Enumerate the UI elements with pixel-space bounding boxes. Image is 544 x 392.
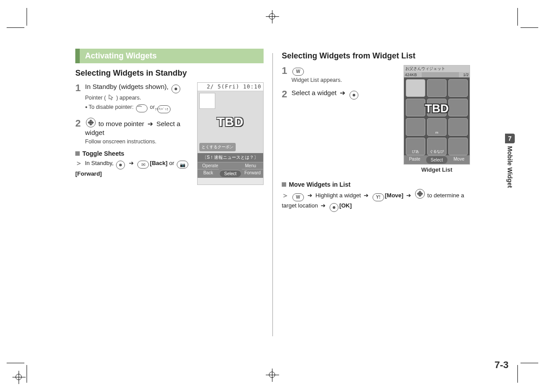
arrow-icon: ➔ — [364, 192, 369, 199]
list-item — [406, 79, 425, 97]
step-2: 2 Select a widget ➔ — [282, 88, 397, 100]
arrow-icon: ➔ — [307, 192, 312, 199]
step-number: 1 — [75, 82, 85, 113]
widget-thumbnail — [199, 93, 215, 109]
softkey-back: Back — [198, 169, 219, 178]
widget-key-icon — [292, 193, 304, 201]
list-item — [427, 79, 447, 97]
square-bullet-icon — [75, 151, 80, 156]
news-ticker: 〔S！速報ニュースとは？〕 — [198, 153, 263, 162]
disable-pointer-text: To disable pointer: — [89, 104, 133, 110]
softkey-select: Select — [426, 156, 447, 164]
chevron-icon: ＞ — [282, 192, 289, 199]
center-key-icon — [350, 91, 358, 100]
chapter-tab: 7 Mobile Widget — [505, 134, 515, 188]
list-item: m — [427, 118, 447, 136]
widget-page: 1/2 — [459, 72, 470, 77]
step-2-text: Select a widget — [291, 89, 337, 96]
toggle-sheets-line: ＞ In Standby, ➔ [Back] or [Forward] — [75, 158, 193, 178]
center-key-icon — [330, 203, 338, 212]
cursor-icon — [109, 94, 114, 103]
list-item — [406, 118, 425, 136]
step-2a: to move pointer — [98, 120, 144, 127]
page-number: 7-3 — [494, 359, 509, 371]
camera-key-icon — [177, 161, 188, 169]
list-item — [448, 118, 468, 136]
screenshot-caption: Widget List — [404, 166, 470, 173]
standby-screenshot: 2/ 5(Fri) 10:10 TBD とくするクーポン 〔S！速報ニュースとは… — [197, 82, 264, 185]
softkey-operate: Operate — [198, 162, 223, 169]
left-column: Activating Widgets Selecting Widgets in … — [71, 49, 272, 341]
page-content: Activating Widgets Selecting Widgets in … — [71, 49, 487, 341]
dpad-icon — [415, 189, 425, 199]
chapter-number: 7 — [505, 134, 515, 143]
arrow-icon: ➔ — [148, 120, 153, 127]
pointer-prefix: Pointer ( — [85, 95, 106, 101]
move-widgets-title: Move Widgets in List — [282, 181, 470, 188]
softkey-forward: Forward — [242, 169, 263, 178]
left-subheading: Selecting Widgets in Standby — [75, 69, 264, 78]
clear-key-icon: ｸﾘｱ/ﾊﾞｯｸ — [157, 105, 171, 113]
arrow-icon: ➔ — [321, 202, 326, 209]
move-widgets-line: ＞ ➔ Highlight a widget ➔ [Move] ➔ to det… — [282, 189, 470, 212]
right-heading: Selecting Widgets from Widget List — [282, 51, 470, 61]
list-item — [427, 99, 447, 116]
step-1: 1 In Standby (widgets shown), Pointer ( … — [75, 82, 193, 113]
center-key-icon — [116, 161, 125, 169]
square-bullet-icon — [282, 182, 286, 187]
section-accent-bar — [75, 49, 80, 63]
step-1-text: In Standby (widgets shown), — [85, 83, 168, 90]
widget-name: お父さんウィジェット — [404, 65, 470, 72]
center-key-icon — [171, 85, 180, 93]
end-key-icon — [136, 104, 148, 112]
pointer-suffix: ) appears. — [116, 95, 141, 101]
softkey-menu: Menu — [238, 162, 263, 169]
list-item — [448, 99, 468, 116]
yahoo-key-icon — [373, 193, 384, 201]
clock-bar: 2/ 5(Fri) 10:10 — [198, 83, 263, 91]
widget-key-icon — [292, 68, 304, 76]
section-header: Activating Widgets — [75, 49, 264, 63]
tbd-overlay: TBD — [217, 115, 244, 129]
widget-list-screenshot: お父さんウィジェット 424KB 1/2 — [404, 65, 470, 173]
arrow-icon: ➔ — [129, 160, 134, 166]
step-2-sub: Follow onscreen instructions. — [85, 138, 193, 146]
step-1: 1 Widget List appears. — [282, 65, 397, 84]
section-title: Activating Widgets — [80, 49, 264, 63]
chapter-label: Mobile Widget — [505, 146, 513, 188]
softkey-paste: Paste — [404, 155, 425, 165]
chevron-icon: ＞ — [75, 159, 82, 167]
coupon-widget: とくするクーポン — [199, 143, 236, 151]
list-item: ぐるなび — [427, 138, 447, 155]
list-item — [448, 138, 468, 155]
softkey-move: Move — [448, 155, 470, 165]
step-1-sub: Widget List appears. — [291, 77, 397, 84]
list-item — [448, 79, 468, 97]
or-text: or — [150, 104, 155, 110]
right-column: Selecting Widgets from Widget List 1 Wid… — [273, 49, 474, 341]
step-number: 2 — [75, 118, 85, 146]
step-number: 1 — [282, 65, 291, 84]
softkey-select: Select — [220, 170, 241, 177]
mail-key-icon — [137, 161, 149, 169]
list-item — [406, 99, 425, 116]
dpad-icon — [86, 118, 96, 127]
list-item: ぴあ — [406, 138, 425, 155]
step-number: 2 — [282, 88, 291, 100]
widget-size: 424KB — [404, 72, 422, 77]
toggle-sheets-title: Toggle Sheets — [75, 150, 193, 157]
step-2: 2 to move pointer ➔ Select a widget Foll… — [75, 118, 193, 146]
arrow-icon: ➔ — [340, 89, 346, 96]
arrow-icon: ➔ — [406, 192, 411, 199]
